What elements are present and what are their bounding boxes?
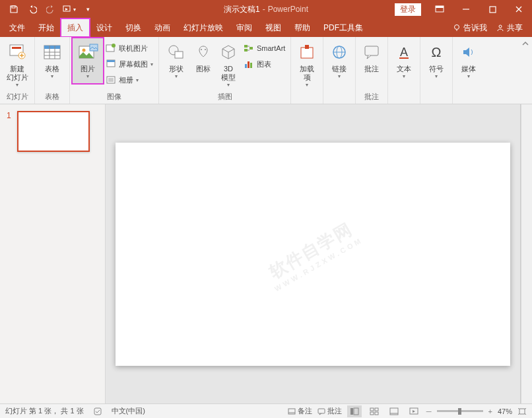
ribbon: 新建 幻灯片▾ 幻灯片 表格▾ 表格 图片▾ 联机图片 屏幕截图▾ 相册▾ 图像 bbox=[0, 37, 532, 104]
tab-review[interactable]: 审阅 bbox=[230, 18, 259, 37]
svg-rect-32 bbox=[244, 49, 248, 52]
svg-rect-37 bbox=[301, 48, 313, 58]
tab-design[interactable]: 设计 bbox=[90, 18, 119, 37]
online-pictures-button[interactable]: 联机图片 bbox=[103, 41, 156, 55]
app-name: PowerPoint bbox=[268, 5, 308, 14]
tab-view[interactable]: 视图 bbox=[259, 18, 288, 37]
svg-rect-34 bbox=[245, 64, 247, 68]
tab-animations[interactable]: 动画 bbox=[148, 18, 177, 37]
vertical-scrollbar[interactable] bbox=[521, 104, 532, 403]
thumbnail-pane[interactable]: 1 bbox=[0, 104, 106, 403]
svg-rect-36 bbox=[250, 63, 252, 68]
chart-button[interactable]: 图表 bbox=[241, 57, 288, 71]
slideshow-view-icon[interactable] bbox=[407, 405, 421, 417]
svg-point-29 bbox=[201, 49, 202, 50]
minimize-icon[interactable] bbox=[453, 0, 479, 18]
link-button[interactable]: 链接▾ bbox=[326, 38, 352, 83]
group-images-label: 图像 bbox=[73, 92, 156, 104]
group-tables-label: 表格 bbox=[38, 92, 67, 104]
fit-to-window-icon[interactable] bbox=[517, 407, 527, 415]
close-icon[interactable] bbox=[506, 0, 532, 18]
svg-rect-55 bbox=[375, 412, 378, 415]
tab-help[interactable]: 帮助 bbox=[288, 18, 317, 37]
tab-home[interactable]: 开始 bbox=[32, 18, 61, 37]
notes-button[interactable]: 备注 bbox=[288, 406, 312, 416]
text-icon: A bbox=[396, 41, 412, 63]
addins-button[interactable]: 加载 项▾ bbox=[294, 38, 320, 88]
comment-button[interactable]: 批注 bbox=[358, 38, 385, 83]
picture-icon bbox=[77, 41, 98, 63]
ribbon-options-icon[interactable] bbox=[426, 0, 453, 18]
picture-button[interactable]: 图片▾ bbox=[73, 38, 103, 83]
3d-models-button[interactable]: 3D 模型▾ bbox=[216, 38, 241, 88]
spellcheck-icon[interactable] bbox=[93, 407, 102, 416]
share-button[interactable]: 共享 bbox=[496, 22, 523, 34]
media-button[interactable]: 媒体▾ bbox=[455, 38, 482, 83]
svg-rect-33 bbox=[249, 47, 253, 50]
doc-name: 演示文稿1 bbox=[224, 4, 260, 15]
smartart-button[interactable]: SmartArt bbox=[241, 41, 288, 55]
tab-slideshow[interactable]: 幻灯片放映 bbox=[177, 18, 230, 37]
thumbnail-number: 1 bbox=[7, 111, 13, 152]
zoom-percent[interactable]: 47% bbox=[498, 407, 512, 415]
comment-small-icon bbox=[317, 407, 325, 415]
zoom-slider-thumb[interactable] bbox=[458, 408, 461, 415]
language-indicator[interactable]: 中文(中国) bbox=[112, 406, 145, 416]
svg-point-6 bbox=[455, 25, 459, 30]
svg-rect-42 bbox=[365, 46, 378, 55]
svg-rect-50 bbox=[350, 408, 353, 415]
reading-view-icon[interactable] bbox=[387, 405, 401, 417]
redo-icon[interactable] bbox=[42, 1, 59, 18]
symbol-button[interactable]: Ω 符号▾ bbox=[423, 38, 449, 83]
login-button[interactable]: 登录 bbox=[395, 3, 421, 16]
undo-icon[interactable] bbox=[24, 1, 41, 18]
maximize-icon[interactable] bbox=[479, 0, 506, 18]
svg-rect-49 bbox=[318, 409, 325, 413]
tab-insert[interactable]: 插入 bbox=[61, 18, 90, 37]
table-button[interactable]: 表格▾ bbox=[38, 38, 67, 83]
omega-icon: Ω bbox=[428, 41, 444, 63]
svg-rect-13 bbox=[44, 46, 60, 49]
slide-canvas-area[interactable]: 软件自学网 WWW.RJZXW.COM bbox=[106, 104, 521, 403]
screenshot-button[interactable]: 屏幕截图▾ bbox=[103, 57, 156, 71]
group-illustrations-label: 插图 bbox=[162, 92, 288, 104]
start-from-beginning-icon[interactable]: ▾ bbox=[61, 1, 78, 18]
icons-button[interactable]: 图标 bbox=[191, 38, 216, 83]
cube-icon bbox=[220, 41, 237, 63]
tab-file[interactable]: 文件 bbox=[3, 18, 32, 37]
album-icon bbox=[106, 75, 116, 85]
svg-rect-10 bbox=[12, 47, 21, 49]
tell-me-button[interactable]: 告诉我 bbox=[453, 22, 487, 34]
comment-icon bbox=[363, 41, 380, 63]
collapse-ribbon-icon[interactable] bbox=[521, 40, 529, 48]
sorter-view-icon[interactable] bbox=[367, 405, 382, 417]
addins-icon bbox=[298, 41, 316, 63]
shapes-button[interactable]: 形状▾ bbox=[162, 38, 191, 83]
tab-transitions[interactable]: 切换 bbox=[119, 18, 148, 37]
text-button[interactable]: A 文本▾ bbox=[391, 38, 417, 83]
svg-point-8 bbox=[499, 25, 502, 28]
status-bar: 幻灯片 第 1 张， 共 1 张 中文(中国) 备注 批注 ─ + 47% bbox=[0, 403, 532, 418]
smartart-icon bbox=[244, 43, 254, 53]
workspace: 1 软件自学网 WWW.RJZXW.COM bbox=[0, 104, 532, 403]
svg-rect-0 bbox=[12, 6, 15, 8]
slide[interactable]: 软件自学网 WWW.RJZXW.COM bbox=[116, 143, 510, 366]
save-icon[interactable] bbox=[5, 1, 22, 18]
zoom-slider[interactable] bbox=[437, 410, 483, 412]
svg-point-30 bbox=[205, 49, 206, 50]
photo-album-button[interactable]: 相册▾ bbox=[103, 73, 156, 87]
new-slide-button[interactable]: 新建 幻灯片▾ bbox=[3, 38, 32, 88]
svg-point-19 bbox=[83, 49, 86, 52]
tab-pdf[interactable]: PDF工具集 bbox=[317, 18, 370, 37]
svg-text:A: A bbox=[400, 46, 408, 59]
group-slides-label: 幻灯片 bbox=[3, 92, 32, 104]
svg-rect-5 bbox=[490, 7, 496, 13]
normal-view-icon[interactable] bbox=[347, 405, 362, 417]
comments-button[interactable]: 批注 bbox=[317, 406, 342, 416]
qat-customize-icon[interactable]: ▾ bbox=[79, 1, 96, 18]
svg-rect-59 bbox=[519, 409, 525, 414]
svg-rect-51 bbox=[354, 408, 358, 415]
slide-thumbnail-1[interactable] bbox=[17, 111, 90, 152]
chart-icon bbox=[244, 59, 254, 69]
slide-counter[interactable]: 幻灯片 第 1 张， 共 1 张 bbox=[5, 406, 84, 416]
